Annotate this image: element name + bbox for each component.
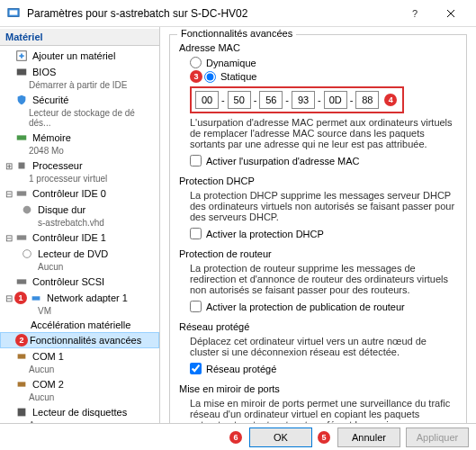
tree-sub: 2048 Mo	[0, 146, 159, 158]
mac-static-radio[interactable]	[204, 71, 216, 83]
dhcp-title: Protection DHCP	[179, 176, 457, 186]
protected-checkbox[interactable]	[190, 363, 202, 374]
window-icon	[7, 6, 22, 21]
annotation-marker-1: 1	[14, 292, 27, 304]
protected-label: Réseau protégé	[206, 364, 276, 374]
annotation-marker-2: 2	[15, 334, 28, 346]
mac-dynamic-row[interactable]: Dynamique	[190, 57, 457, 68]
mirror-title: Mise en miroir de ports	[179, 383, 457, 394]
dhcp-checkbox[interactable]	[190, 228, 202, 239]
processor-icon	[14, 158, 29, 173]
dash: -	[347, 94, 356, 105]
mac-oct4[interactable]	[292, 91, 315, 109]
tree-security[interactable]: Sécurité	[0, 92, 159, 108]
mac-dynamic-radio[interactable]	[190, 57, 202, 68]
svg-rect-6	[17, 191, 27, 195]
dash: -	[251, 94, 260, 105]
tree-sub: s-astrebatch.vhd	[0, 218, 159, 230]
tree-com1[interactable]: COM 1	[0, 348, 159, 364]
annotation-marker-4: 4	[384, 94, 397, 106]
mac-oct6[interactable]	[355, 91, 379, 109]
hardware-tree[interactable]: Matériel Ajouter un matériel BIOS Démarr…	[0, 27, 160, 423]
tree-advanced-features[interactable]: 2 Fonctionnalités avancées	[0, 332, 159, 348]
window-help-button[interactable]: ?	[397, 0, 433, 27]
annotation-marker-5: 5	[318, 431, 330, 444]
mac-oct5[interactable]	[324, 91, 347, 109]
mac-oct1[interactable]	[195, 91, 219, 109]
svg-rect-12	[18, 354, 26, 358]
hardware-section-header: Matériel	[0, 29, 159, 46]
svg-point-9	[23, 250, 31, 258]
tree-floppy[interactable]: Lecteur de disquettes	[0, 404, 159, 420]
tree-label: COM 2	[32, 379, 64, 390]
mac-static-row[interactable]: 3 Statique	[190, 70, 457, 83]
collapse-toggle[interactable]: ⊟	[4, 189, 14, 199]
mac-oct2[interactable]	[228, 91, 251, 109]
window-titlebar: Paramètres pour s-astrebatch sur S-DC-HV…	[0, 0, 476, 27]
dash: -	[219, 94, 228, 105]
tree-label: Accélération matérielle	[31, 320, 130, 330]
window-close-button[interactable]	[433, 0, 469, 27]
protected-title: Réseau protégé	[179, 321, 457, 332]
tree-sub: Aucun	[0, 420, 159, 423]
advanced-features-fieldset: Fonctionnalités avancées Adresse MAC Dyn…	[169, 34, 467, 423]
collapse-toggle[interactable]: ⊟	[4, 293, 14, 303]
memory-icon	[14, 130, 29, 145]
svg-rect-1	[10, 10, 18, 14]
svg-point-7	[23, 206, 31, 214]
tree-sub: Aucun	[0, 262, 159, 274]
apply-button[interactable]: Appliquer	[406, 428, 469, 447]
tree-hw-accel[interactable]: Accélération matérielle	[0, 318, 159, 332]
tree-sub: Aucun	[0, 392, 159, 404]
cancel-button[interactable]: Annuler	[337, 428, 400, 447]
tree-memory[interactable]: Mémoire	[0, 130, 159, 146]
hardware-header-label: Matériel	[5, 32, 43, 42]
protected-network-group: Réseau protégé Déplacez cet ordinateur v…	[179, 321, 457, 374]
dhcp-label: Activer la protection DHCP	[206, 229, 324, 239]
tree-label: Contrôleur SCSI	[32, 276, 104, 287]
mac-spoof-desc: L'usurpation d'adresse MAC permet aux or…	[190, 117, 457, 149]
add-hardware-icon	[14, 49, 29, 63]
router-group: Protection de routeur La protection de r…	[179, 248, 457, 312]
svg-rect-13	[18, 382, 26, 386]
svg-rect-8	[17, 235, 27, 239]
tree-bios[interactable]: BIOS	[0, 64, 159, 80]
tree-label: Fonctionnalités avancées	[30, 335, 141, 346]
router-title: Protection de routeur	[179, 248, 457, 259]
mac-spoof-check-row[interactable]: Activer l'usurpation d'adresse MAC	[190, 155, 457, 166]
dhcp-desc: La protection DHCP supprime les messages…	[190, 190, 457, 222]
expand-toggle[interactable]: ⊞	[4, 161, 14, 171]
svg-rect-5	[19, 163, 25, 169]
router-checkbox[interactable]	[190, 301, 202, 312]
svg-rect-3	[17, 69, 27, 76]
floppy-icon	[14, 405, 29, 419]
tree-hdd[interactable]: Disque dur	[0, 202, 159, 218]
ok-button[interactable]: OK	[249, 428, 312, 447]
mac-address-group: Adresse MAC Dynamique 3 Statique - - -	[179, 42, 457, 166]
tree-scsi[interactable]: Contrôleur SCSI	[0, 274, 159, 290]
bios-icon	[14, 65, 29, 79]
tree-dvd[interactable]: Lecteur de DVD	[0, 246, 159, 262]
mac-spoof-checkbox[interactable]	[190, 155, 202, 166]
tree-label: Mémoire	[32, 132, 71, 143]
tree-ide0[interactable]: ⊟ Contrôleur IDE 0	[0, 185, 159, 202]
dhcp-check-row[interactable]: Activer la protection DHCP	[190, 228, 457, 239]
tree-com2[interactable]: COM 2	[0, 376, 159, 392]
mac-spoof-label: Activer l'usurpation d'adresse MAC	[206, 156, 360, 166]
tree-network-adapter[interactable]: ⊟ 1 Network adapter 1	[0, 290, 159, 306]
mirror-desc: La mise en miroir de ports permet une su…	[190, 398, 457, 423]
tree-add-hardware[interactable]: Ajouter un matériel	[0, 48, 159, 64]
dash: -	[315, 94, 324, 105]
tree-processor[interactable]: ⊞ Processeur	[0, 158, 159, 174]
router-desc: La protection de routeur supprime les me…	[190, 263, 457, 295]
tree-label: Disque dur	[38, 204, 85, 215]
network-icon	[29, 291, 43, 305]
dash: -	[283, 94, 292, 105]
router-check-row[interactable]: Activer la protection de publication de …	[190, 301, 457, 312]
tree-sub: 1 processeur virtuel	[0, 174, 159, 185]
tree-label: Contrôleur IDE 1	[32, 232, 106, 243]
protected-check-row[interactable]: Réseau protégé	[190, 363, 457, 374]
collapse-toggle[interactable]: ⊟	[4, 233, 14, 243]
tree-ide1[interactable]: ⊟ Contrôleur IDE 1	[0, 230, 159, 246]
mac-oct3[interactable]	[259, 91, 283, 109]
